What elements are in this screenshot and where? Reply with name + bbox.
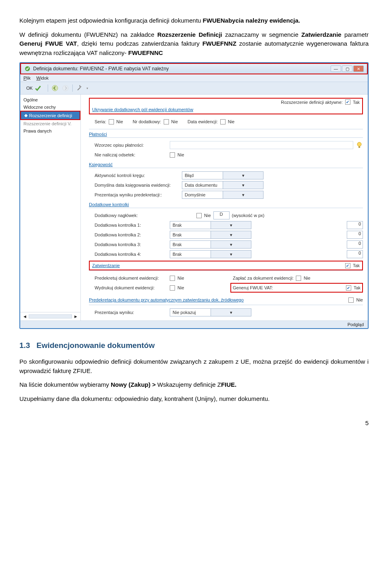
svg-point-2: [63, 85, 68, 91]
ok-button[interactable]: OK: [23, 83, 44, 93]
text: Na liście dokumentów wybieramy: [19, 381, 111, 388]
label-predekretuj: Predekretuj dokument ewidencji:: [95, 276, 167, 280]
minimize-button[interactable]: —: [331, 65, 341, 72]
nav-widoczne-cechy[interactable]: Widoczne cechy: [20, 103, 80, 111]
statusbar: Podgląd: [20, 320, 368, 328]
chevron-down-icon[interactable]: ▾: [223, 181, 263, 189]
chk-nieodsetek[interactable]: [170, 152, 175, 158]
close-button[interactable]: ✕: [353, 65, 364, 72]
val-nieodsetek: Nie: [177, 152, 184, 157]
maximize-button[interactable]: ▢: [342, 65, 352, 72]
text: parametr: [342, 31, 369, 38]
chevron-down-icon[interactable]: ▾: [211, 241, 251, 248]
paragraph-intro-1: Kolejnym etapem jest odpowiednia konfigu…: [19, 16, 369, 25]
paragraph-intro-2: W definicji dokumentu (FWUENNz) na zakła…: [19, 30, 369, 58]
chk-generuj-fwue[interactable]: ✔: [346, 285, 351, 291]
chevron-down-icon[interactable]: ▾: [211, 231, 251, 238]
label-dataew: Data ewidencji:: [188, 119, 218, 124]
input-ctrl4-val[interactable]: 0: [347, 250, 363, 258]
group-hide-fields: Ukrywanie dodatkowych pól ewidencji doku…: [92, 107, 360, 112]
text: W definicji dokumentu (FWUENNz) na zakła…: [19, 31, 157, 38]
combo-value: Domyślnie: [182, 192, 223, 197]
text-bold: FWUENabycia należny ewidencja.: [203, 17, 300, 24]
val-predekretuj: Nie: [177, 276, 184, 280]
label-dom-data: Domyślna data księgowania ewidencji:: [95, 183, 179, 188]
input-wzorzec[interactable]: [170, 141, 353, 149]
nav-rozszerzenie-definicji-v[interactable]: Rozszerzenie definicji V.: [20, 120, 80, 127]
combo-akt-kregu[interactable]: Błąd▾: [182, 171, 264, 179]
separator: [48, 84, 48, 92]
ext-active-checkbox[interactable]: ✔: [345, 99, 350, 105]
chk-auto-predekret[interactable]: [348, 297, 354, 303]
chevron-down-icon[interactable]: ▾: [211, 221, 251, 229]
status-podglad[interactable]: Podgląd: [348, 322, 364, 327]
chk-add-hdr[interactable]: [196, 213, 202, 218]
group-auto-predekret: Predekretacja dokumentu przy automatyczn…: [89, 297, 346, 302]
separator: [72, 84, 73, 92]
chk-predekretuj[interactable]: [170, 276, 175, 281]
combo-value: Nie pokazuj: [170, 310, 211, 315]
lightbulb-icon[interactable]: [356, 141, 363, 149]
combo-value: Data dokumentu: [182, 183, 223, 188]
titlebar[interactable]: Definicja dokumentu: FWUENNZ - FWUE naby…: [20, 63, 368, 74]
scrollbar-track[interactable]: [29, 314, 72, 318]
nav-back-icon[interactable]: [51, 84, 59, 92]
nav-fwd-icon[interactable]: [62, 84, 69, 92]
combo-value: Brak: [170, 242, 211, 247]
nav-ogolne[interactable]: Ogólne: [20, 96, 80, 103]
chk-wydrukuj[interactable]: [170, 285, 175, 291]
combo-prez-predekret[interactable]: Domyślnie▾: [182, 191, 264, 199]
toolbar: OK ▾: [20, 82, 368, 95]
text-bold: Rozszerzenie Definicji: [157, 31, 222, 38]
chk-nrdod[interactable]: [164, 119, 169, 124]
chevron-down-icon[interactable]: ▾: [223, 191, 263, 198]
tools-icon[interactable]: [76, 84, 83, 92]
text-bold: Generuj FWUE VAT: [19, 40, 77, 47]
chk-zatwierdzanie[interactable]: ✔: [345, 263, 350, 268]
app-icon: [24, 65, 31, 72]
chk-zaplac[interactable]: [296, 276, 301, 281]
ext-active-label: Rozszerzenie definicji aktywne:: [281, 100, 343, 105]
label-ctrl2: Dodatkowa kontrolka 2:: [95, 232, 167, 237]
combo-ctrl1[interactable]: Brak▾: [170, 221, 251, 229]
combo-value: Błąd: [182, 173, 223, 178]
combo-autopre-prez[interactable]: Nie pokazuj▾: [170, 308, 251, 316]
input-ctrl2-val[interactable]: 0: [347, 231, 363, 239]
label-nrdod: Nr dodatkowy:: [133, 119, 161, 124]
chevron-down-icon[interactable]: ▾: [211, 309, 251, 316]
chevron-down-icon[interactable]: ▾: [211, 251, 251, 258]
combo-ctrl4[interactable]: Brak▾: [170, 250, 251, 258]
input-ctrl3-val[interactable]: 0: [347, 240, 363, 249]
heading-number: 1.3: [19, 341, 30, 350]
text-bold: Nowy (Zakup) >: [111, 381, 157, 388]
nav-rozszerzenie-definicji[interactable]: ◆ Rozszerzenie definicji: [20, 111, 80, 120]
menu-plik[interactable]: Plik: [23, 76, 31, 80]
val-dataew: Nie: [228, 119, 235, 124]
input-add-hdr-d[interactable]: D: [213, 211, 230, 219]
section-p3: Uzupełniamy dane dla dokumentu: odpowied…: [19, 394, 369, 404]
chk-dataew[interactable]: [220, 119, 226, 124]
heading-text: Ewidencjonowanie dokumentów: [36, 341, 154, 350]
dropdown-arrow-icon[interactable]: ▾: [86, 86, 88, 90]
combo-dom-data[interactable]: Data dokumentu▾: [182, 181, 264, 189]
nav-prawa-danych[interactable]: Prawa danych: [20, 127, 80, 135]
combo-ctrl2[interactable]: Brak▾: [170, 231, 251, 239]
val-generuj-fwue: Tak: [354, 285, 361, 290]
scroll-right-icon[interactable]: ►: [74, 314, 78, 319]
group-platnosci: Płatności: [89, 132, 363, 137]
label-ctrl1: Dodatkowa kontrolka 1:: [95, 223, 167, 228]
combo-value: Brak: [170, 223, 211, 228]
group-ksiegowosc: Księgowość: [89, 162, 363, 167]
label-ctrl3: Dodatkowa kontrolka 3:: [95, 242, 167, 247]
menu-widok[interactable]: Widok: [36, 76, 49, 80]
nav-scroll[interactable]: ◄ ►: [20, 312, 80, 320]
scroll-left-icon[interactable]: ◄: [23, 314, 27, 319]
group-dodatkowe-kontrolki: Dodatkowe kontrolki: [89, 202, 363, 207]
label-generuj-fwue: Generuj FWUE VAT:: [233, 285, 344, 290]
chk-seria[interactable]: [109, 119, 114, 124]
chevron-down-icon[interactable]: ▾: [223, 172, 263, 179]
val-zaplac: Nie: [304, 276, 310, 280]
combo-ctrl3[interactable]: Brak▾: [170, 240, 251, 249]
input-ctrl1-val[interactable]: 0: [347, 221, 363, 229]
svg-point-1: [52, 85, 58, 91]
